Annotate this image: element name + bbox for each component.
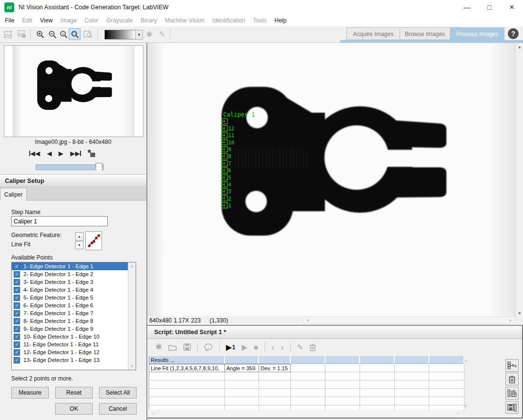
slider-thumb[interactable] xyxy=(96,163,102,172)
scroll-up-icon[interactable]: ▲ xyxy=(128,262,136,270)
first-image-icon[interactable]: ◀◀ xyxy=(29,150,40,157)
result-cell xyxy=(259,405,291,410)
zoom-in-icon[interactable] xyxy=(34,28,46,40)
point-row[interactable]: ✓4- Edge Detector 1 - Edge 4 xyxy=(12,286,136,294)
point-row[interactable]: ✓2- Edge Detector 1 - Edge 2 xyxy=(12,270,136,278)
tab-acquire-images[interactable]: Acquire Images xyxy=(346,27,400,40)
scroll-down-icon[interactable]: ▼ xyxy=(516,309,523,317)
last-image-icon[interactable]: ▶▶ xyxy=(70,150,81,157)
tab-caliper[interactable]: Caliper xyxy=(0,188,27,200)
ok-button[interactable]: OK xyxy=(55,403,93,415)
export-measurements-button[interactable]: x xyxy=(505,359,519,372)
scroll-left-icon[interactable]: ‹ xyxy=(305,317,312,323)
scroll-left-icon[interactable]: ‹ xyxy=(150,410,157,417)
point-row[interactable]: ✓13- Edge Detector 1 - Edge 13 xyxy=(12,356,136,364)
menu-view[interactable]: View xyxy=(36,16,57,25)
point-checkbox-icon[interactable]: ✓ xyxy=(14,302,20,309)
image-thumbnail[interactable] xyxy=(4,45,143,137)
point-checkbox-icon[interactable]: ✓ xyxy=(14,263,20,270)
result-cell xyxy=(291,372,325,380)
scroll-down-icon[interactable]: ▼ xyxy=(128,362,136,370)
measure-button[interactable]: Measure xyxy=(11,387,49,399)
result-cell: Line Fit (1,2,3,4,5,6,7,8,9,10, xyxy=(149,364,225,372)
status-pixel-value: 223 xyxy=(191,317,201,324)
result-cell xyxy=(429,389,464,397)
point-row[interactable]: ✓12- Edge Detector 1 - Edge 12 xyxy=(12,348,136,356)
scroll-up-icon[interactable]: ▲ xyxy=(516,43,523,51)
zoom-actual-icon[interactable]: 1 xyxy=(58,28,69,40)
point-label: 4- Edge Detector 1 - Edge 4 xyxy=(23,287,93,293)
save-results-button[interactable] xyxy=(505,401,519,414)
point-row[interactable]: ✓10- Edge Detector 1 - Edge 10 xyxy=(12,333,136,340)
tab-process-images[interactable]: Process Images xyxy=(450,27,504,40)
image-size-toggle-icon[interactable] xyxy=(88,150,96,157)
point-checkbox-icon[interactable]: ✓ xyxy=(14,349,20,356)
point-row[interactable]: ✓8- Edge Detector 1 - Edge 8 xyxy=(12,317,136,325)
result-cell xyxy=(325,380,360,389)
menu-file[interactable]: File xyxy=(1,16,18,25)
viewer-horizontal-scrollbar[interactable]: ‹ › xyxy=(303,317,515,324)
scroll-right-icon[interactable]: › xyxy=(454,410,461,417)
palette-gradient-strip[interactable] xyxy=(104,30,136,40)
scroll-right-icon[interactable]: › xyxy=(507,317,514,323)
select-all-button[interactable]: Select All xyxy=(99,387,137,399)
point-checkbox-icon[interactable]: ✓ xyxy=(14,287,20,293)
point-checkbox-icon[interactable]: ✓ xyxy=(14,279,20,285)
delete-results-button[interactable] xyxy=(505,373,519,385)
result-cell xyxy=(360,389,395,397)
edge-point-number: 11 xyxy=(228,132,235,138)
annotate-pencil-icon: ✎ xyxy=(156,28,168,40)
menu-help[interactable]: Help xyxy=(271,16,291,25)
cancel-button[interactable]: Cancel xyxy=(99,403,137,415)
table-scroll-down-icon[interactable]: ▼ xyxy=(463,403,468,408)
zoom-to-fit-icon[interactable] xyxy=(69,28,80,40)
viewer-vertical-scrollbar[interactable]: ▲ ▼ xyxy=(515,43,523,317)
point-checkbox-icon[interactable]: ✓ xyxy=(14,326,20,332)
window-title: NI Vision Assistant - Code Generation Ta… xyxy=(19,4,168,11)
reset-button[interactable]: Reset xyxy=(55,387,93,399)
setup-tab-strip: Caliper xyxy=(0,188,146,200)
point-checkbox-icon[interactable]: ✓ xyxy=(14,295,20,301)
result-cell xyxy=(325,372,360,380)
result-cell xyxy=(259,372,291,380)
result-cell xyxy=(259,380,291,389)
point-row[interactable]: ✓1- Edge Detector 1 - Edge 1 xyxy=(12,262,136,270)
result-cell xyxy=(225,380,259,389)
previous-image-icon[interactable]: ◀ xyxy=(47,150,52,157)
point-checkbox-icon[interactable]: ✓ xyxy=(14,271,20,278)
available-points-list: ✓1- Edge Detector 1 - Edge 1✓2- Edge Det… xyxy=(11,262,136,370)
table-horizontal-scrollbar[interactable]: ‹ › xyxy=(149,410,462,417)
image-position-slider[interactable] xyxy=(36,164,104,170)
minimize-button[interactable]: — xyxy=(456,0,478,15)
point-checkbox-icon[interactable]: ✓ xyxy=(14,318,20,324)
spinner-down-icon[interactable]: ▼ xyxy=(75,241,83,249)
results-to-table-button[interactable] xyxy=(505,387,519,400)
close-button[interactable]: × xyxy=(501,0,523,15)
point-row[interactable]: ✓5- Edge Detector 1 - Edge 5 xyxy=(12,294,136,301)
image-viewer-canvas[interactable]: 121110987654321Caliper 1 xyxy=(147,43,515,316)
point-row[interactable]: ✓3- Edge Detector 1 - Edge 3 xyxy=(12,278,136,286)
maximize-button[interactable]: □ xyxy=(478,0,501,15)
point-checkbox-icon[interactable]: ✓ xyxy=(14,310,20,317)
point-checkbox-icon[interactable]: ✓ xyxy=(14,334,20,340)
zoom-out-icon[interactable] xyxy=(46,28,58,40)
result-cell xyxy=(360,364,395,372)
next-image-icon[interactable]: ▶ xyxy=(59,150,63,157)
point-row[interactable]: ✓9- Edge Detector 1 - Edge 9 xyxy=(12,325,136,333)
step-name-input[interactable] xyxy=(11,216,108,226)
point-row[interactable]: ✓11- Edge Detector 1 - Edge 11 xyxy=(12,340,136,348)
result-cell xyxy=(429,372,464,380)
geometric-feature-value: Line Fit xyxy=(11,241,30,248)
point-row[interactable]: ✓6- Edge Detector 1 - Edge 6 xyxy=(12,301,136,309)
run-once-icon[interactable]: ▶1 xyxy=(226,343,235,352)
point-checkbox-icon[interactable]: ✓ xyxy=(14,341,20,348)
result-cell xyxy=(291,405,325,410)
palette-dropdown-arrow[interactable]: ▼ xyxy=(135,30,143,40)
point-row[interactable]: ✓7- Edge Detector 1 - Edge 7 xyxy=(12,309,136,317)
table-scroll-up-icon[interactable]: ▲ xyxy=(463,358,468,362)
spinner-up-icon[interactable]: ▲ xyxy=(75,232,83,240)
point-checkbox-icon[interactable]: ✓ xyxy=(14,357,20,363)
help-button[interactable]: ? xyxy=(508,28,519,39)
list-scrollbar[interactable]: ▲ ▼ xyxy=(128,262,136,370)
tab-browse-images[interactable]: Browse Images xyxy=(400,27,450,40)
